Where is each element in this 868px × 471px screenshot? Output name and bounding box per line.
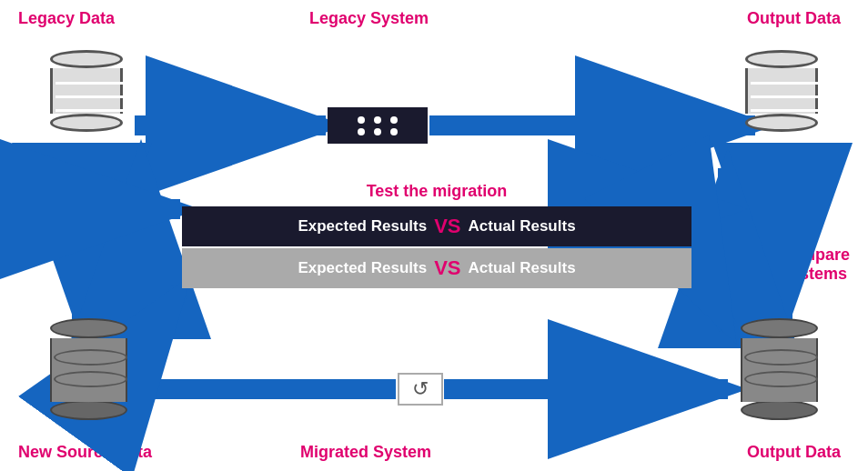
output-db-bottom — [741, 318, 818, 420]
comparison-row-1: Expected Results VS Actual Results — [182, 206, 691, 246]
new-source-db — [50, 318, 127, 420]
output-data-top-label: Output Data — [747, 9, 841, 28]
comparison-row-2: Expected Results VS Actual Results — [182, 248, 691, 288]
legacy-system-box — [328, 107, 428, 144]
legacy-data-label: Legacy Data — [18, 9, 115, 28]
compare-systems-label: Comparesystems — [779, 246, 850, 284]
migrated-system-label: Migrated System — [300, 443, 431, 462]
expected-results-1: Expected Results — [298, 217, 427, 236]
legacy-system-label: Legacy System — [309, 9, 429, 28]
actual-results-2: Actual Results — [469, 259, 576, 277]
diagram-container: Legacy Data Legacy System Output Data Ne… — [0, 0, 868, 471]
svg-line-13 — [693, 259, 728, 327]
output-db-top — [745, 50, 818, 132]
comparison-box: Test the migration Expected Results VS A… — [182, 182, 691, 288]
legacy-db-top — [50, 50, 123, 132]
vs-badge-2: VS — [434, 256, 460, 280]
new-source-data-label: New Source Data — [18, 443, 152, 462]
center-process-box: ↺ — [398, 373, 443, 406]
actual-results-1: Actual Results — [469, 217, 576, 236]
vs-badge-1: VS — [434, 215, 460, 238]
expected-results-2: Expected Results — [298, 259, 427, 277]
output-data-bottom-label: Output Data — [747, 443, 841, 462]
test-migration-label: Test the migration — [182, 182, 691, 201]
svg-line-12 — [141, 291, 180, 346]
